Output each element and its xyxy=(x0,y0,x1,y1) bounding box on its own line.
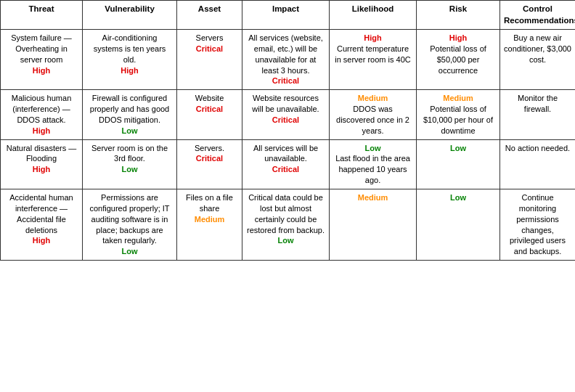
cell-vulnerability: Firewall is configured properly and has … xyxy=(83,90,177,139)
table-row: Accidental human interference — Accident… xyxy=(1,189,576,261)
cell-control: Continue monitoring permissions changes,… xyxy=(500,189,576,261)
cell-likelihood: High Current temperature in server room … xyxy=(330,30,417,90)
cell-risk: Low xyxy=(417,139,500,189)
cell-asset: Servers. Critical xyxy=(177,139,242,189)
cell-threat: Accidental human interference — Accident… xyxy=(1,189,83,261)
cell-risk: Medium Potential loss of $10,000 per hou… xyxy=(417,90,500,139)
table-row: System failure — Overheating in server r… xyxy=(1,30,576,90)
cell-control: No action needed. xyxy=(500,139,576,189)
cell-impact: All services (website, email, etc.) will… xyxy=(242,30,330,90)
cell-vulnerability: Permissions are configured properly; IT … xyxy=(83,189,177,261)
header-control: Control Recommendations xyxy=(500,1,576,30)
cell-threat: Malicious human (interference) — DDOS at… xyxy=(1,90,83,139)
table-row: Natural disasters — Flooding HighServer … xyxy=(1,139,576,189)
header-risk: Risk xyxy=(417,1,500,30)
cell-control: Buy a new air conditioner, $3,000 cost. xyxy=(500,30,576,90)
header-impact: Impact xyxy=(242,1,330,30)
cell-impact: Website resources will be unavailable. C… xyxy=(242,90,330,139)
risk-table: Threat Vulnerability Asset Impact Likeli… xyxy=(0,0,575,261)
cell-control: Monitor the firewall. xyxy=(500,90,576,139)
table-row: Malicious human (interference) — DDOS at… xyxy=(1,90,576,139)
cell-likelihood: Medium xyxy=(330,189,417,261)
cell-vulnerability: Air-conditioning systems is ten years ol… xyxy=(83,30,177,90)
header-threat: Threat xyxy=(1,1,83,30)
cell-risk: High Potential loss of $50,000 per occur… xyxy=(417,30,500,90)
cell-asset: Servers Critical xyxy=(177,30,242,90)
cell-asset: Files on a file share Medium xyxy=(177,189,242,261)
cell-risk: Low xyxy=(417,189,500,261)
header-likelihood: Likelihood xyxy=(330,1,417,30)
cell-likelihood: Medium DDOS was discovered once in 2 yea… xyxy=(330,90,417,139)
cell-vulnerability: Server room is on the 3rd floor. Low xyxy=(83,139,177,189)
cell-threat: System failure — Overheating in server r… xyxy=(1,30,83,90)
cell-asset: Website Critical xyxy=(177,90,242,139)
header-asset: Asset xyxy=(177,1,242,30)
cell-impact: Critical data could be lost but almost c… xyxy=(242,189,330,261)
cell-threat: Natural disasters — Flooding High xyxy=(1,139,83,189)
header-vulnerability: Vulnerability xyxy=(83,1,177,30)
cell-likelihood: Low Last flood in the area happened 10 y… xyxy=(330,139,417,189)
cell-impact: All services will be unavailable. Critic… xyxy=(242,139,330,189)
